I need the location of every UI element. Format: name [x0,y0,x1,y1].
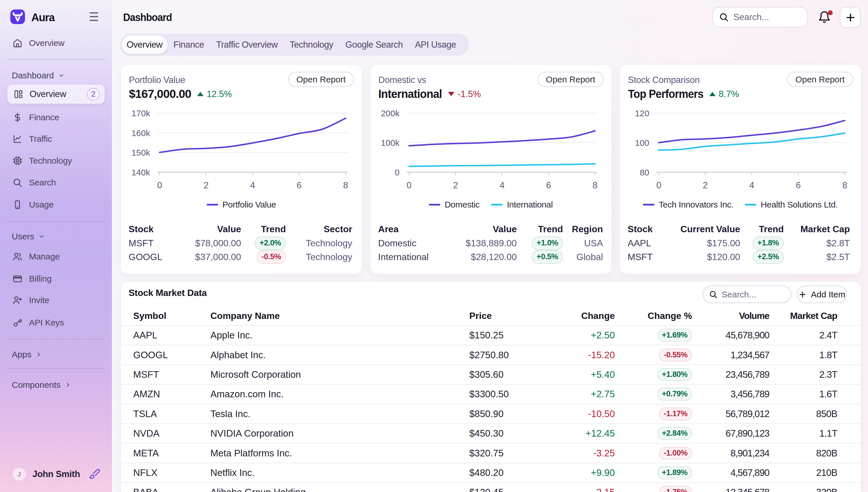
svg-text:120: 120 [635,108,649,118]
svg-text:0: 0 [395,168,400,177]
svg-text:150k: 150k [131,148,150,157]
svg-text:200k: 200k [381,108,400,118]
svg-text:8: 8 [343,180,348,190]
svg-text:6: 6 [297,180,301,190]
svg-text:8: 8 [842,180,847,190]
svg-text:160k: 160k [131,128,150,138]
svg-text:2: 2 [203,180,208,190]
svg-text:100k: 100k [381,138,400,148]
svg-text:170k: 170k [131,108,150,118]
svg-text:6: 6 [796,180,800,190]
svg-text:140k: 140k [131,168,150,177]
svg-text:100: 100 [635,138,649,148]
svg-text:2: 2 [453,180,458,190]
svg-text:4: 4 [749,180,754,190]
svg-text:0: 0 [407,180,412,190]
svg-text:0: 0 [157,180,162,190]
svg-text:80: 80 [640,168,649,177]
svg-text:6: 6 [546,180,551,190]
svg-text:4: 4 [500,180,504,190]
svg-text:8: 8 [593,180,598,190]
svg-text:2: 2 [703,180,708,190]
svg-text:4: 4 [250,180,255,190]
svg-text:0: 0 [656,180,661,190]
